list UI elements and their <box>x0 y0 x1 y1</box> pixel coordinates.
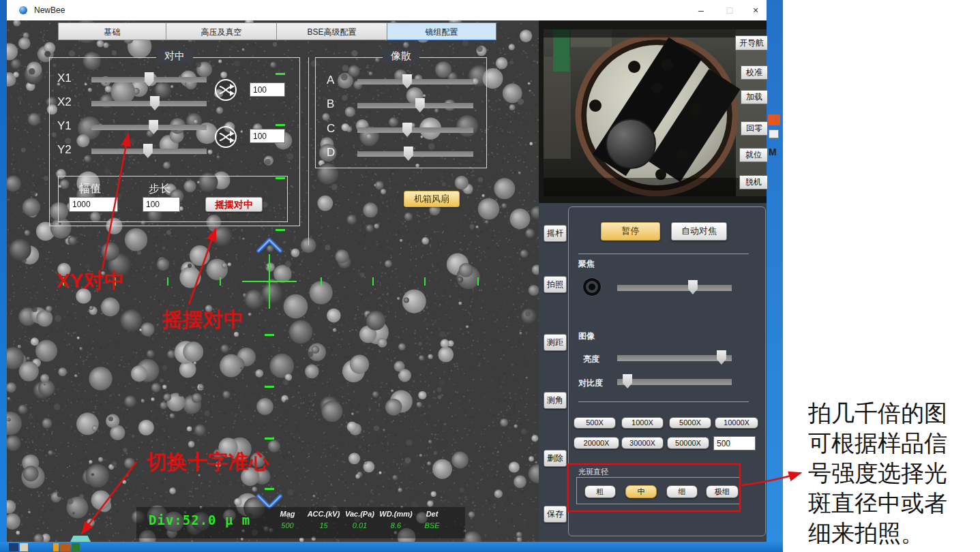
centering-group-title: 对中 <box>156 49 193 63</box>
scroll-up-icon[interactable] <box>254 237 284 255</box>
slider-a[interactable] <box>357 79 473 85</box>
slider-x1-thumb[interactable] <box>145 72 154 87</box>
sample-camera-image <box>544 29 767 196</box>
contrast-label: 对比度 <box>578 378 603 389</box>
slider-y2-thumb[interactable] <box>143 144 153 158</box>
spot-button-medium[interactable]: 中 <box>625 485 657 498</box>
window-titlebar: NewBee – □ × <box>7 0 767 20</box>
slider-label-c: C <box>327 122 335 136</box>
spot-button-coarse[interactable]: 粗 <box>584 485 616 498</box>
slider-label-y1: Y1 <box>57 119 72 133</box>
tool-button-measure-distance[interactable]: 测距 <box>544 334 567 351</box>
tab-hv-vacuum[interactable]: 高压及真空 <box>166 22 276 40</box>
mag-button-5000x[interactable]: 5000X <box>669 417 711 429</box>
slider-b-thumb[interactable] <box>415 98 425 112</box>
slider-y2[interactable] <box>91 149 207 154</box>
axis-tick <box>321 277 322 286</box>
contrast-slider[interactable] <box>617 379 732 385</box>
crosshair-toggle-widget[interactable] <box>70 536 91 542</box>
centering-x-value-input[interactable] <box>250 82 285 97</box>
slider-c[interactable] <box>357 127 473 133</box>
nav-button-zero[interactable]: 回零 <box>741 121 768 136</box>
autofocus-button[interactable]: 自动对焦 <box>671 222 727 241</box>
nav-button-navigation[interactable]: 开导航 <box>735 35 768 50</box>
mag-button-10000x[interactable]: 10000X <box>715 417 758 429</box>
nav-button-in-position[interactable]: 就位 <box>739 148 768 162</box>
axis-tick <box>265 334 274 336</box>
tool-button-photo[interactable]: 拍照 <box>544 276 567 293</box>
app-icon <box>19 6 27 14</box>
taskbar-icon[interactable] <box>72 543 80 551</box>
slider-label-x1: X1 <box>57 72 72 85</box>
taskbar-icon[interactable] <box>9 543 18 551</box>
desktop-screen: NewBee – □ × 基础 高压及真空 BSE高级配置 镜组配置 对中 X1… <box>0 0 980 552</box>
annotation-wobble-centering: 摇摆对中 <box>162 306 244 334</box>
mag-input[interactable] <box>713 436 756 450</box>
nav-button-offline[interactable]: 脱机 <box>739 175 768 189</box>
spot-diameter-label: 光斑直径 <box>578 467 608 477</box>
axis-tick <box>167 277 168 286</box>
tool-button-joystick[interactable]: 摇杆 <box>544 225 567 242</box>
image-section-label: 图像 <box>578 331 595 342</box>
nav-button-load[interactable]: 加载 <box>741 90 768 104</box>
spot-button-extra-fine[interactable]: 极细 <box>706 485 739 498</box>
astigmatism-group-title: 像散 <box>383 49 419 63</box>
wobble-centering-button[interactable]: 摇摆对中 <box>205 197 263 212</box>
mag-button-20000x[interactable]: 20000X <box>574 437 619 449</box>
window-left-border <box>0 0 7 542</box>
desktop-icon-fragment <box>768 114 780 125</box>
axis-tick <box>276 73 285 75</box>
slider-d[interactable] <box>357 151 473 157</box>
taskbar-icon[interactable] <box>60 543 70 551</box>
divider <box>578 401 749 402</box>
slider-b[interactable] <box>357 103 473 108</box>
chassis-fan-button[interactable]: 机箱风扇 <box>404 191 460 207</box>
centering-y-value-input[interactable] <box>250 129 285 143</box>
slider-x1[interactable] <box>91 77 207 82</box>
amplitude-input[interactable] <box>69 197 118 212</box>
desktop-icon-fragment <box>769 129 779 138</box>
tool-button-delete[interactable]: 删除 <box>544 450 567 467</box>
window-client-area: 基础 高压及真空 BSE高级配置 镜组配置 对中 X1 X2 Y1 Y2 <box>7 20 767 542</box>
status-field-wd: WD.(mm)8.6 <box>378 510 414 530</box>
taskbar-icon[interactable] <box>20 543 28 551</box>
close-button[interactable]: × <box>743 0 768 20</box>
step-input[interactable] <box>143 197 180 212</box>
slider-d-thumb[interactable] <box>404 147 413 161</box>
wobble-x-icon[interactable] <box>213 78 238 102</box>
focus-target-icon <box>582 277 602 297</box>
maximize-button[interactable]: □ <box>717 0 742 20</box>
nav-button-calibrate[interactable]: 校准 <box>741 65 768 80</box>
taskbar[interactable] <box>0 542 783 552</box>
brightness-slider[interactable] <box>617 355 732 361</box>
slider-y1-thumb[interactable] <box>149 120 158 134</box>
wobble-y-icon[interactable] <box>213 125 238 149</box>
spot-button-fine[interactable]: 细 <box>666 485 698 498</box>
tool-button-save[interactable]: 保存 <box>544 506 567 523</box>
tool-button-measure-angle[interactable]: 测角 <box>544 392 567 409</box>
slider-x2-thumb[interactable] <box>150 96 160 110</box>
axis-tick <box>276 229 285 231</box>
tab-bse-advanced[interactable]: BSE高级配置 <box>276 22 387 40</box>
slider-x2[interactable] <box>91 101 207 106</box>
status-field-acc: ACC.(kV)15 <box>306 510 342 530</box>
mag-button-1000x[interactable]: 1000X <box>621 417 664 429</box>
mag-button-500x[interactable]: 500X <box>574 417 616 429</box>
taskbar-icon[interactable] <box>53 543 59 551</box>
slider-c-thumb[interactable] <box>402 123 412 137</box>
slider-a-thumb[interactable] <box>402 74 412 89</box>
pause-button[interactable]: 暂停 <box>601 222 660 241</box>
annotation-xy-centering: XY对中 <box>57 267 125 295</box>
tab-basic[interactable]: 基础 <box>58 22 166 40</box>
slider-label-d: D <box>327 146 335 159</box>
annotation-crosshair-toggle: 切换十字准心 <box>147 448 269 476</box>
wobble-params-group: 幅值 步长 摇摆对中 <box>58 176 288 222</box>
right-region: 开导航 校准 加载 回零 就位 脱机 摇杆 拍照 测距 测角 删除 保存 暂停 … <box>539 20 767 542</box>
mag-button-30000x[interactable]: 30000X <box>621 437 664 449</box>
focus-slider[interactable] <box>617 285 732 291</box>
mag-button-50000x[interactable]: 50000X <box>667 437 709 449</box>
minimize-button[interactable]: – <box>689 0 713 20</box>
tab-lens-config[interactable]: 镜组配置 <box>387 22 496 40</box>
slider-y1[interactable] <box>91 125 207 130</box>
scale-division-readout: Div:52.0 μ m <box>149 512 250 527</box>
